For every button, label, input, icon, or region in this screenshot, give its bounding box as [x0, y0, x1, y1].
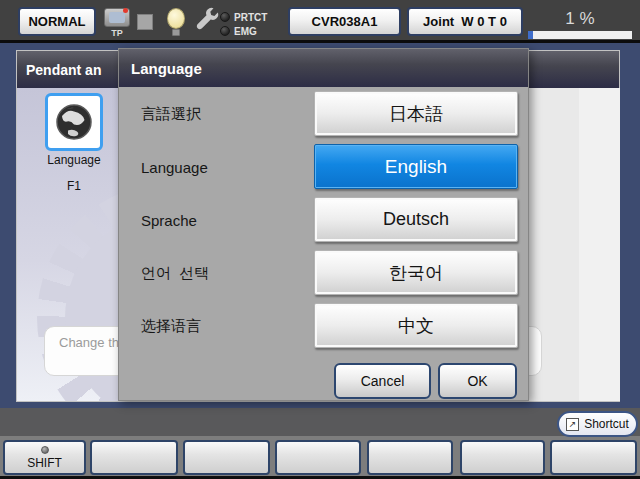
mode-button[interactable]: NORMAL: [18, 7, 96, 36]
shift-label: SHIFT: [27, 456, 62, 470]
function-key-5[interactable]: [460, 440, 545, 475]
tp-icon-label: TP: [104, 28, 130, 38]
language-option-chinese[interactable]: 中文: [314, 303, 518, 348]
language-menu-tile[interactable]: [45, 93, 103, 151]
speed-value: 1 %: [528, 9, 632, 29]
dialog-title-bar: Language: [119, 49, 528, 87]
stop-square-icon: [137, 14, 153, 30]
globe-icon: [54, 102, 94, 142]
content-right-strip: [579, 88, 620, 401]
shift-led: [41, 446, 49, 454]
language-row-japanese: 言語選択 日本語: [119, 91, 528, 136]
emg-label: EMG: [234, 26, 257, 37]
language-tile-fkey: F1: [31, 179, 117, 193]
language-dialog: Language 言語選択 日本語 Language English Sprac…: [118, 48, 529, 401]
language-option-english[interactable]: English: [314, 144, 518, 189]
speed-progress-bar: [528, 31, 632, 39]
top-toolbar: NORMAL TP PRTCT EMG CVR038A1 Joint W 0 T…: [0, 0, 640, 40]
lamp-glass: [167, 8, 185, 29]
cancel-button[interactable]: Cancel: [334, 363, 431, 399]
language-row-english: Language English: [119, 144, 528, 189]
function-key-3[interactable]: [275, 440, 361, 475]
row-label: 언어 선택: [141, 263, 209, 282]
function-key-1[interactable]: [90, 440, 178, 475]
tp-icon: [104, 8, 130, 27]
window-title: Pendant an: [26, 62, 101, 78]
function-key-6[interactable]: [550, 440, 637, 475]
lamp-base: [172, 29, 180, 36]
shift-key[interactable]: SHIFT: [3, 440, 86, 475]
shortcut-icon: ↗: [566, 418, 579, 431]
row-label: Language: [141, 158, 208, 175]
toolbar-bottom-edge: [0, 40, 640, 43]
language-option-japanese[interactable]: 日本語: [314, 91, 518, 136]
wrench-icon: [194, 6, 222, 36]
prtct-led: [220, 12, 230, 22]
shortcut-button[interactable]: ↗ Shortcut: [557, 411, 638, 437]
row-label: Sprache: [141, 211, 197, 228]
language-row-german: Sprache Deutsch: [119, 197, 528, 242]
shortcut-label: Shortcut: [584, 417, 629, 431]
function-key-4[interactable]: [367, 440, 453, 475]
lamp-icon: [166, 8, 186, 36]
function-key-2[interactable]: [183, 440, 270, 475]
emg-led: [220, 26, 230, 36]
language-option-german[interactable]: Deutsch: [314, 197, 518, 242]
status-band: [0, 408, 640, 436]
coordinate-mode-button[interactable]: Joint W 0 T 0: [407, 7, 523, 36]
row-label: 选择语言: [141, 316, 201, 335]
pendant-screen: NORMAL TP PRTCT EMG CVR038A1 Joint W 0 T…: [0, 0, 640, 479]
program-button[interactable]: CVR038A1: [288, 7, 401, 36]
speed-progress-fill: [528, 31, 533, 39]
language-row-korean: 언어 선택 한국어: [119, 250, 528, 295]
language-option-korean[interactable]: 한국어: [314, 250, 518, 295]
prtct-label: PRTCT: [234, 12, 267, 23]
tp-icon-led: [123, 8, 128, 13]
tp-icon-screen: [109, 12, 125, 23]
language-tile-label: Language: [31, 153, 117, 167]
language-row-chinese: 选择语言 中文: [119, 303, 528, 348]
row-label: 言語選択: [141, 104, 201, 123]
dialog-title: Language: [131, 60, 202, 77]
ok-button[interactable]: OK: [438, 363, 517, 399]
